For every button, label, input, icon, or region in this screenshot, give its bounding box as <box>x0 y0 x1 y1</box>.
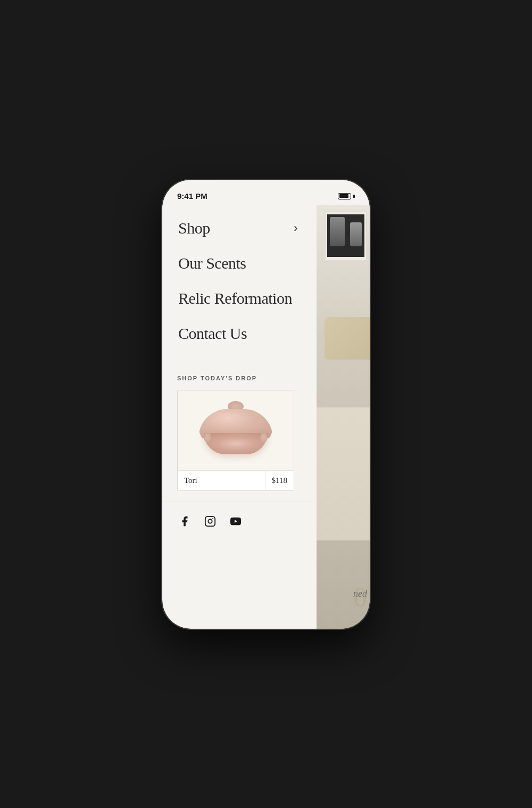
battery-body <box>338 193 351 199</box>
nav-item-contact-label: Contact Us <box>178 324 247 343</box>
nav-item-scents-label: Our Scents <box>178 254 246 272</box>
photo-figure2 <box>350 222 362 246</box>
phone-screen: 9:41 PM <box>162 180 370 629</box>
shop-section-title: SHOP TODAY'S DROP <box>177 375 299 381</box>
side-handle-left <box>204 432 211 443</box>
nav-item-shop-label: Shop <box>178 219 210 237</box>
photo-frame <box>325 211 367 261</box>
nav-item-scents[interactable]: Our Scents <box>162 246 314 281</box>
product-info-tori: Tori $118 <box>178 470 294 490</box>
chevron-right-icon: › <box>294 221 297 235</box>
products-row: Tori $118 Charlotte <box>177 390 299 491</box>
nav-item-relic[interactable]: Relic Reformation <box>162 281 314 316</box>
battery-tip <box>353 195 355 198</box>
photo-inner <box>327 214 364 257</box>
nav-menu: Shop › Our Scents Relic Reformation Cont… <box>162 205 314 362</box>
shop-section: SHOP TODAY'S DROP <box>162 362 314 502</box>
product-card-tori[interactable]: Tori $118 <box>177 390 294 491</box>
status-time: 9:41 PM <box>177 191 207 201</box>
nav-item-shop[interactable]: Shop › <box>162 211 314 246</box>
dish-handles-side <box>204 432 268 443</box>
item-peek <box>325 317 370 360</box>
dish-base <box>204 433 268 454</box>
svg-rect-0 <box>205 516 215 526</box>
nav-item-relic-label: Relic Reformation <box>178 289 292 307</box>
youtube-icon[interactable] <box>228 514 243 529</box>
right-bg-lower <box>317 407 370 540</box>
product-image-tori <box>178 390 294 470</box>
svg-point-1 <box>208 519 212 523</box>
status-bar: 9:41 PM <box>162 180 370 205</box>
dish-icon <box>198 401 273 460</box>
battery-fill <box>339 194 348 198</box>
screen-content: Shop › Our Scents Relic Reformation Cont… <box>162 205 370 629</box>
photo-figure1 <box>330 217 345 246</box>
social-footer <box>162 502 314 540</box>
facebook-icon[interactable] <box>177 514 192 529</box>
side-handle-right <box>260 432 268 443</box>
nav-item-contact[interactable]: Contact Us <box>162 316 314 351</box>
instagram-icon[interactable] <box>203 514 218 529</box>
product-price-tori: $118 <box>265 471 294 490</box>
battery-icon <box>338 193 355 199</box>
svg-point-2 <box>212 518 213 519</box>
product-name-tori: Tori <box>178 471 265 490</box>
large-o-text: 0 <box>353 581 367 613</box>
phone-frame: 9:41 PM <box>162 180 370 629</box>
